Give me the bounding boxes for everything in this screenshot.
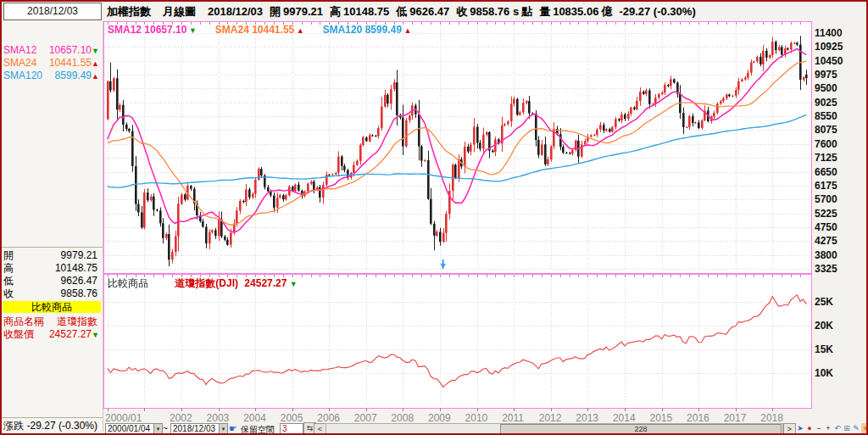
dji-tick-label: 10K [815,367,833,379]
zoom-in-button[interactable]: + [824,423,832,434]
to-date-dropdown[interactable]: 2018/12/03 ▼ [170,423,228,435]
price-tick-label: 11400 [815,27,843,39]
clock-icon[interactable]: ● [805,423,814,434]
chevron-down-icon[interactable]: ▼ [153,424,162,434]
cursor-date-box[interactable]: 2018/12/03 [3,3,102,20]
compare-close-row: 收盤價 24527.27 ▼ [3,328,99,340]
range-tilde: ~ [163,424,168,433]
sma-legend: SMA12 10657.10 ▼SMA24 10441.55 ▲SMA120 8… [108,24,430,36]
from-date-dropdown[interactable]: 2000/01/04 ▼ [105,423,163,435]
undo-icon[interactable]: ↶ [833,423,842,434]
compare-section-header: 比較商品 [3,301,101,313]
year-tick [772,408,773,411]
year-tick [329,408,330,411]
quote-header: 加權指數月線圖2018/12/03開9979.21高10148.75低9626.… [107,4,703,20]
hand-icon[interactable]: ☛ [229,422,237,434]
year-tick [219,408,220,411]
zoom-out-button[interactable]: − [815,423,823,434]
year-tick [108,408,108,411]
price-tick-label: 7600 [815,138,837,150]
year-tick [662,408,663,411]
main-chart-canvas[interactable] [104,22,810,271]
sma-value: 8599.49 [55,70,92,81]
header-segment: 點 [521,5,532,18]
divider [2,247,103,248]
main-chart-panel: SMA12 10657.10 ▼SMA24 10441.55 ▲SMA120 8… [103,21,812,274]
change-row: 漲跌 -29.27 (-0.30%) [3,420,99,432]
year-tick [625,408,626,411]
year-tick [440,408,441,411]
year-tick [698,408,699,411]
ohlc-label: 低 [3,275,14,287]
ohlc-value: 9858.76 [61,287,97,299]
divider [2,417,103,418]
year-tick [477,408,478,411]
header-segment: 10148.75 [343,5,389,18]
window-icon[interactable]: ⊞ [843,423,851,434]
year-tick [403,408,403,411]
reserve-space-input[interactable] [280,423,303,434]
compare-name-value: 道瓊指數 [57,315,97,327]
sma-row: SMA1210657.10▼ [3,44,99,56]
scroll-right-button[interactable]: > [783,423,796,435]
sma-legend-item: SMA12 10657.10 ▼ [108,24,197,36]
sma-row: SMA1208599.49▲ [3,70,99,81]
header-segment: 2018/12/03 [208,5,263,18]
scrollbar-thumb[interactable]: 228 [500,424,782,435]
price-tick-label: 4275 [815,235,837,247]
header-segment: 月線圖 [163,5,196,18]
ohlc-row: 開9979.21 [3,249,99,261]
header-segment: -29.27 (-0.30%) [619,5,695,18]
compare-name-label: 商品名稱 [3,315,44,327]
header-segment: 加權指數 [107,5,151,18]
up-arrow-icon: ▲ [92,58,99,70]
bell-icon[interactable]: ● [861,423,868,434]
scroll-left-button[interactable]: < [314,423,326,435]
sma-value: 10657.10 [49,44,92,56]
compare-series-name: 道瓊指數(DJI) [175,277,238,289]
ohlc-label: 高 [3,262,14,274]
pencil-icon[interactable]: ✎ [852,423,860,434]
compare-chart-canvas[interactable] [104,275,810,406]
year-tick [514,408,515,411]
sma-label: SMA24 [3,57,36,69]
dji-tick-label: 25K [815,296,833,308]
ohlc-value: 9626.47 [61,275,97,287]
compare-close-value: 24527.27 [49,328,92,340]
scrollbar-track[interactable]: 228 [326,423,783,435]
header-segment: 量 [539,5,550,18]
down-arrow-icon: ▼ [92,45,99,57]
ohlc-value: 10148.75 [55,262,97,274]
price-tick-label: 7125 [815,152,837,164]
price-tick-label: 9975 [815,69,837,81]
change-label: 漲跌 [3,420,24,432]
up-arrow-icon: ▲ [92,70,99,82]
price-tick-label: 3325 [815,263,837,275]
sma-label: SMA120 [3,70,42,81]
price-tick-label: 3800 [815,249,837,261]
price-tick-label: 5700 [815,193,837,205]
bottom-toolbar: 2000/01/04 ▼ ~ 2018/12/03 ▼ ☛ 保留空間 ⇆ ☛ <… [103,422,866,435]
year-tick [736,408,737,411]
pointer-icon[interactable]: ➤ [796,423,804,434]
year-tick [587,408,588,411]
header-segment: 低 [396,5,407,18]
header-segment: 億 [601,5,612,18]
header-segment: 10835.06 [553,5,598,18]
compare-close-label: 收盤價 [3,328,34,340]
charting-app-window: 2018/12/03 加權指數月線圖2018/12/03開9979.21高101… [0,0,868,435]
ohlc-label: 收 [3,287,14,299]
price-tick-label: 8075 [815,124,837,136]
price-tick-label: 4750 [815,221,837,233]
year-tick [551,408,552,411]
dji-tick-label: 20K [815,320,833,332]
header-segment: 收 [456,5,467,18]
price-tick-label: 8550 [815,110,837,122]
chevron-down-icon[interactable]: ▼ [219,424,227,434]
compare-series-price: 24527.27 [244,277,287,289]
reserve-space-label: 保留空間 [241,424,275,435]
header-segment: 9858.76 s [470,5,519,18]
compare-chart-panel: 比較商品 道瓊指數(DJI) 24527.27 ▼ [103,274,812,409]
sma-legend-item: SMA24 10441.55 ▲ [215,24,304,36]
compare-name-row: 商品名稱 道瓊指數 [3,315,99,327]
